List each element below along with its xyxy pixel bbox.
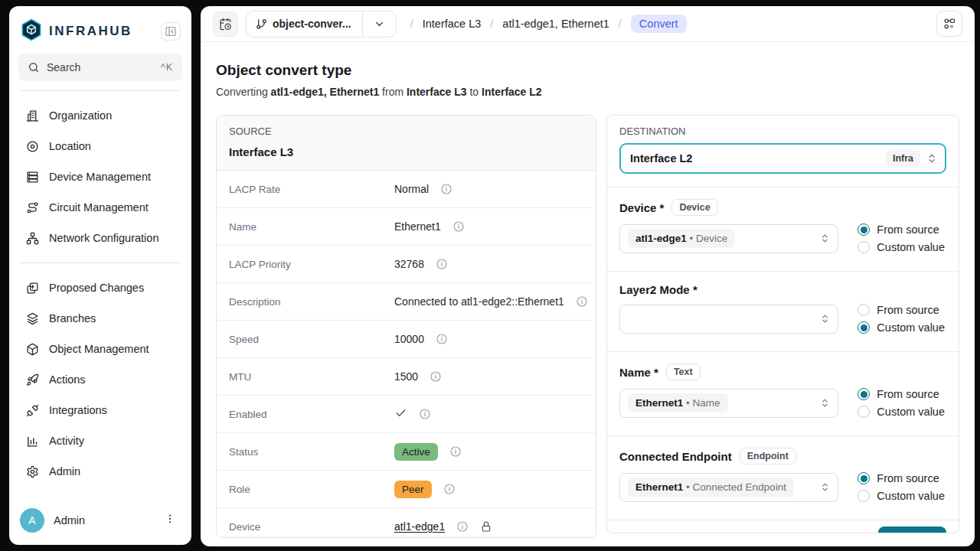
sidebar-collapse-button[interactable] [161, 22, 181, 41]
sidebar-item-network-configuration[interactable]: Network Configuration [18, 223, 182, 253]
infrahub-logo-icon [20, 18, 43, 44]
info-icon[interactable] [419, 408, 431, 420]
device-link[interactable]: atl1-edge1 [394, 520, 445, 533]
circle-dot-icon [26, 140, 39, 153]
git-branch-icon [256, 18, 267, 30]
layers-icon [26, 312, 39, 325]
logo-row: INFRAHUB [18, 14, 182, 54]
box-icon [26, 343, 39, 356]
device-select[interactable]: atl1-edge1 • Device [619, 224, 838, 253]
field-kind-badge: Device [671, 199, 717, 216]
sidebar-item-object-management[interactable]: Object Management [18, 334, 182, 364]
source-row-status: Status Active [217, 433, 596, 471]
diff-icon [26, 282, 39, 295]
destination-type-value: Interface L2 [630, 152, 886, 165]
device-value-mode: From source Custom value [858, 223, 946, 253]
sidebar-item-location[interactable]: Location [18, 131, 182, 161]
rocket-icon [26, 373, 39, 386]
schema-visualizer-button[interactable] [936, 11, 962, 37]
search-placeholder: Search [47, 61, 154, 73]
route-icon [26, 201, 39, 214]
source-row-role: Role Peer [217, 471, 596, 508]
sidebar-item-organization[interactable]: Organization [18, 100, 182, 131]
subtitle-target-type: Interface L2 [482, 86, 542, 98]
server-icon [26, 171, 39, 184]
sidebar-item-circuit-management[interactable]: Circuit Management [18, 192, 182, 223]
page-subtitle: Converting atl1-edge1, Ethernet1 from In… [216, 86, 959, 98]
search-input[interactable]: Search ^K [18, 54, 182, 81]
source-type: Interface L3 [229, 145, 583, 158]
radio-custom-value[interactable]: Custom value [858, 321, 945, 334]
calendar-clock-icon [219, 18, 232, 31]
bar-chart-icon [26, 435, 39, 448]
namespace-badge: Infra [886, 150, 920, 167]
radio-custom-value[interactable]: Custom value [858, 241, 945, 253]
field-kind-badge: Endpoint [740, 448, 796, 465]
source-panel: SOURCE Interface L3 LACP Rate Normal Nam… [216, 115, 596, 538]
chevrons-up-down-icon [820, 482, 830, 492]
radio-from-source[interactable]: From source [858, 472, 945, 484]
source-row-speed: Speed 10000 [217, 321, 596, 358]
sidebar-divider [20, 90, 181, 91]
radio-from-source[interactable]: From source [858, 223, 945, 236]
source-row-name: Name Ethernet1 [217, 208, 596, 246]
sidebar-item-admin[interactable]: Admin [18, 456, 182, 487]
chevron-down-icon [374, 18, 385, 30]
main-panel: object-conver... / Interface L3 / atl1-e… [201, 6, 975, 546]
check-icon [394, 406, 407, 422]
plug-icon [26, 404, 39, 417]
status-badge: Active [394, 443, 438, 461]
branch-selector-caret[interactable] [362, 11, 396, 37]
user-name: Admin [54, 514, 153, 527]
user-menu-button[interactable] [162, 511, 178, 530]
chevrons-up-down-icon [926, 153, 937, 164]
chevrons-up-down-icon [820, 398, 830, 408]
connected-endpoint-select[interactable]: Ethernet1 • Connected Endpoint [619, 473, 838, 502]
info-icon[interactable] [576, 295, 588, 308]
sidebar-divider [20, 262, 181, 263]
field-section-connected-endpoint: Connected Endpoint Endpoint Ethernet1 • … [607, 436, 959, 520]
branch-selector[interactable]: object-conver... [246, 11, 397, 37]
radio-from-source[interactable]: From source [858, 388, 945, 400]
destination-heading: DESTINATION [619, 126, 946, 137]
chevrons-up-down-icon [820, 314, 830, 324]
sidebar-item-actions[interactable]: Actions [18, 364, 182, 395]
info-icon[interactable] [440, 183, 452, 195]
time-travel-button[interactable] [213, 11, 238, 37]
layer2-mode-select[interactable] [619, 305, 838, 334]
radio-custom-value[interactable]: Custom value [858, 406, 945, 418]
connected-endpoint-value-mode: From source Custom value [858, 472, 946, 502]
breadcrumb: / Interface L3 / atl1-edge1, Ethernet1 /… [410, 15, 687, 33]
destination-type-select[interactable]: Interface L2 Infra [619, 143, 946, 174]
info-icon[interactable] [430, 370, 442, 383]
info-icon[interactable] [436, 258, 448, 270]
sidebar-item-proposed-changes[interactable]: Proposed Changes [18, 272, 182, 303]
user-menu[interactable]: A Admin [18, 504, 182, 534]
sidebar-item-device-management[interactable]: Device Management [18, 161, 182, 192]
field-section-name: Name * Text Ethernet1 • Name From source… [607, 352, 959, 435]
radio-from-source[interactable]: From source [858, 304, 945, 316]
sidebar-item-integrations[interactable]: Integrations [18, 395, 182, 425]
info-icon[interactable] [456, 520, 469, 533]
field-section-layer2-mode: Layer2 Mode * From source Custom value [607, 272, 959, 351]
info-icon[interactable] [436, 333, 448, 345]
sidebar-item-activity[interactable]: Activity [18, 425, 182, 456]
destination-footer: Convert [607, 520, 959, 533]
sidebar-group-platform: Proposed Changes Branches Object Managem… [18, 272, 182, 487]
breadcrumb-object[interactable]: atl1-edge1, Ethernet1 [502, 18, 609, 30]
sidebar-item-branches[interactable]: Branches [18, 303, 182, 334]
radio-custom-value[interactable]: Custom value [858, 490, 945, 502]
breadcrumb-schema[interactable]: Interface L3 [423, 18, 482, 30]
info-icon[interactable] [452, 220, 465, 233]
field-section-device: Device * Device atl1-edge1 • Device From… [607, 187, 959, 271]
sidebar-group-inventory: Organization Location Device Management … [18, 100, 182, 253]
avatar: A [20, 508, 44, 533]
convert-button[interactable]: Convert [878, 527, 946, 533]
source-row-mtu: MTU 1500 [217, 358, 596, 396]
info-icon[interactable] [443, 483, 456, 495]
subtitle-source-type: Interface L3 [407, 86, 467, 98]
gear-icon [26, 465, 39, 478]
info-icon[interactable] [449, 445, 462, 458]
name-select[interactable]: Ethernet1 • Name [619, 389, 838, 418]
branch-name: object-conver... [273, 18, 351, 30]
